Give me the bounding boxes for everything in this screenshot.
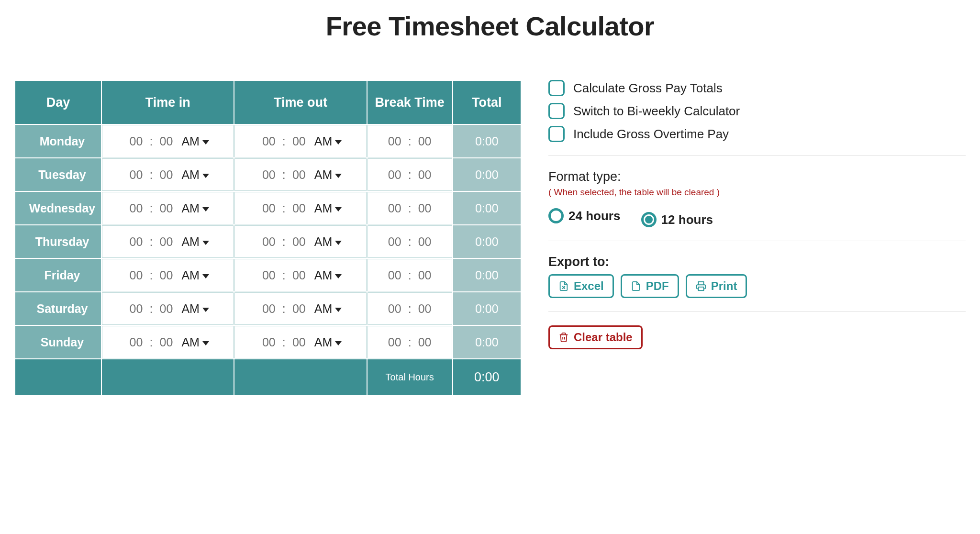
chevron-down-icon — [202, 341, 209, 345]
time-out-minute-input[interactable] — [290, 268, 309, 283]
time-out-ampm-select[interactable]: AM — [314, 302, 342, 316]
export-pdf-button[interactable]: PDF — [621, 274, 679, 298]
table-row: Thursday : AM : AM — [15, 225, 521, 258]
break-hour-input[interactable] — [385, 335, 404, 350]
export-excel-button[interactable]: Excel — [548, 274, 614, 298]
time-in-minute-input[interactable] — [156, 301, 176, 316]
time-in-cell: : AM — [102, 192, 234, 224]
ampm-label: AM — [181, 235, 200, 249]
time-out-hour-input[interactable] — [259, 268, 278, 283]
radio-icon[interactable] — [548, 208, 564, 223]
break-hour-input[interactable] — [385, 134, 404, 149]
time-in-minute-input[interactable] — [156, 234, 176, 249]
checkbox-icon[interactable] — [548, 103, 565, 119]
time-in-hour-input[interactable] — [126, 335, 145, 350]
break-minute-input[interactable] — [415, 234, 434, 249]
time-in-ampm-select[interactable]: AM — [181, 168, 209, 182]
time-out-minute-input[interactable] — [290, 134, 309, 149]
time-out-hour-input[interactable] — [259, 201, 278, 216]
time-in-ampm-select[interactable]: AM — [181, 268, 209, 282]
chevron-down-icon — [335, 274, 342, 278]
colon: : — [282, 134, 286, 148]
option-label: Calculate Gross Pay Totals — [573, 81, 723, 96]
divider — [548, 241, 966, 241]
colon: : — [282, 268, 286, 282]
time-in-ampm-select[interactable]: AM — [181, 134, 209, 148]
time-in-ampm-select[interactable]: AM — [181, 235, 209, 249]
time-in-minute-input[interactable] — [156, 268, 176, 283]
colon: : — [149, 335, 153, 349]
checkbox-icon[interactable] — [548, 80, 565, 96]
break-hour-input[interactable] — [385, 201, 404, 216]
time-in-minute-input[interactable] — [156, 134, 176, 149]
time-in-minute-input[interactable] — [156, 335, 176, 350]
break-hour-input[interactable] — [385, 234, 404, 249]
time-out-hour-input[interactable] — [259, 234, 278, 249]
break-minute-input[interactable] — [415, 268, 434, 283]
button-label: Clear table — [574, 331, 633, 344]
chevron-down-icon — [202, 241, 209, 245]
time-out-hour-input[interactable] — [259, 134, 278, 149]
time-out-minute-input[interactable] — [290, 201, 309, 216]
time-in-hour-input[interactable] — [126, 268, 145, 283]
time-in-hour-input[interactable] — [126, 201, 145, 216]
radio-12-hours[interactable]: 12 hours — [641, 212, 713, 227]
checkbox-icon[interactable] — [548, 126, 565, 142]
clear-table-button[interactable]: Clear table — [548, 325, 643, 349]
time-out-ampm-select[interactable]: AM — [314, 168, 342, 182]
time-in-ampm-select[interactable]: AM — [181, 302, 209, 316]
break-hour-input[interactable] — [385, 167, 404, 182]
break-minute-input[interactable] — [415, 301, 434, 316]
break-minute-input[interactable] — [415, 134, 434, 149]
time-in-ampm-select[interactable]: AM — [181, 201, 209, 215]
time-in-hour-input[interactable] — [126, 134, 145, 149]
day-name: Wednesday — [15, 192, 101, 224]
format-hint: ( When selected, the table will be clear… — [548, 187, 966, 198]
colon: : — [149, 268, 153, 282]
break-cell: : — [368, 326, 452, 358]
option-biweekly[interactable]: Switch to Bi-weekly Calculator — [548, 103, 966, 119]
time-out-ampm-select[interactable]: AM — [314, 335, 342, 349]
row-total: 0:00 — [453, 125, 521, 157]
time-out-ampm-select[interactable]: AM — [314, 201, 342, 215]
time-in-hour-input[interactable] — [126, 167, 145, 182]
radio-24-hours[interactable]: 24 hours — [548, 208, 620, 223]
option-overtime[interactable]: Include Gross Overtime Pay — [548, 126, 966, 142]
option-gross-pay[interactable]: Calculate Gross Pay Totals — [548, 80, 966, 96]
footer-blank — [15, 359, 101, 395]
chevron-down-icon — [202, 207, 209, 211]
break-minute-input[interactable] — [415, 335, 434, 350]
export-print-button[interactable]: Print — [686, 274, 747, 298]
break-minute-input[interactable] — [415, 167, 434, 182]
radio-icon[interactable] — [641, 212, 657, 227]
time-out-ampm-select[interactable]: AM — [314, 134, 342, 148]
time-out-minute-input[interactable] — [290, 301, 309, 316]
divider — [548, 156, 966, 156]
time-out-minute-input[interactable] — [290, 167, 309, 182]
colon: : — [149, 134, 153, 148]
time-out-hour-input[interactable] — [259, 335, 278, 350]
time-in-ampm-select[interactable]: AM — [181, 335, 209, 349]
break-minute-input[interactable] — [415, 201, 434, 216]
time-in-hour-input[interactable] — [126, 234, 145, 249]
break-cell: : — [368, 125, 452, 157]
time-in-hour-input[interactable] — [126, 301, 145, 316]
time-in-minute-input[interactable] — [156, 167, 176, 182]
day-name: Saturday — [15, 292, 101, 325]
time-in-minute-input[interactable] — [156, 201, 176, 216]
time-out-hour-input[interactable] — [259, 167, 278, 182]
time-out-minute-input[interactable] — [290, 335, 309, 350]
row-total: 0:00 — [453, 192, 521, 224]
header-total: Total — [453, 81, 521, 124]
timesheet-table: Day Time in Time out Break Time Total Mo… — [14, 80, 522, 396]
time-out-cell: : AM — [234, 158, 366, 191]
row-total: 0:00 — [453, 326, 521, 358]
time-out-minute-input[interactable] — [290, 234, 309, 249]
time-out-ampm-select[interactable]: AM — [314, 235, 342, 249]
time-out-hour-input[interactable] — [259, 301, 278, 316]
break-hour-input[interactable] — [385, 268, 404, 283]
time-out-ampm-select[interactable]: AM — [314, 268, 342, 282]
break-hour-input[interactable] — [385, 301, 404, 316]
row-total: 0:00 — [453, 259, 521, 291]
colon: : — [282, 235, 286, 249]
